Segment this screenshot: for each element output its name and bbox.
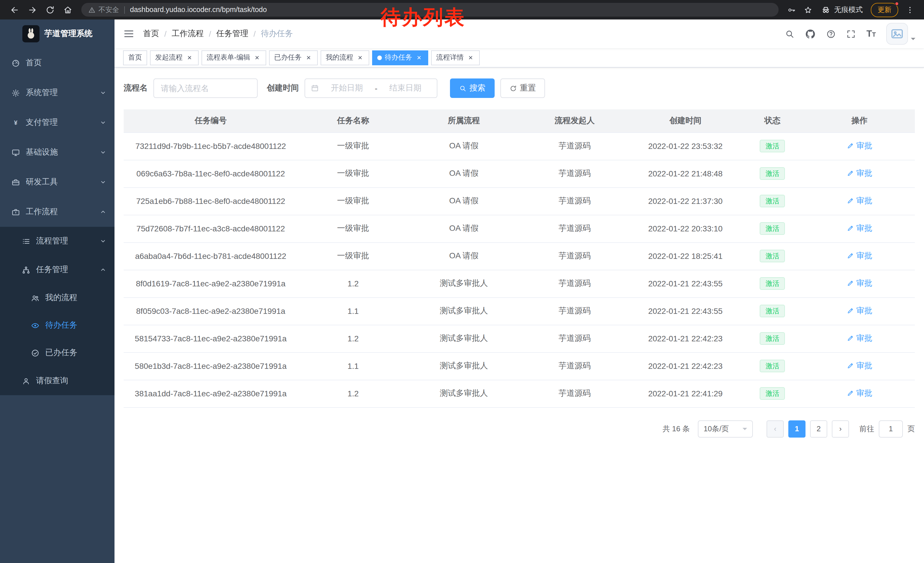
- tab-todo-task[interactable]: 待办任务×: [372, 50, 428, 65]
- approve-button[interactable]: 审批: [846, 361, 872, 371]
- edit-icon: [846, 252, 854, 260]
- sidebar-item-process-management[interactable]: 流程管理: [0, 227, 114, 255]
- task-name-cell: 一级审批: [298, 132, 408, 160]
- main-area: 首页/工作流程/任务管理/待办任务 TT 首页发起流程×流程表单-编辑×已办任务…: [114, 20, 924, 563]
- status-badge: 激活: [760, 222, 785, 235]
- tags-view: 首页发起流程×流程表单-编辑×已办任务×我的流程×待办任务×流程详情×: [114, 48, 924, 68]
- home-icon[interactable]: [63, 5, 73, 15]
- people-icon: [31, 294, 39, 302]
- approve-button[interactable]: 审批: [846, 224, 872, 234]
- reset-button[interactable]: 重置: [500, 78, 545, 98]
- sidebar-item-leave-query[interactable]: 请假查询: [0, 366, 114, 395]
- sidebar-item-label: 系统管理: [26, 88, 100, 98]
- close-icon[interactable]: ×: [466, 54, 475, 62]
- sidebar-item-system-management[interactable]: 系统管理: [0, 78, 114, 108]
- task-id-cell: 381aa1dd-7ac8-11ec-a9e2-a2380e71991a: [124, 380, 298, 407]
- sidebar-item-done-task[interactable]: 已办任务: [0, 339, 114, 366]
- prev-page-button[interactable]: ‹: [766, 420, 784, 437]
- tab-label: 流程详情: [436, 53, 464, 62]
- task-name-cell: 1.2: [298, 270, 408, 297]
- approve-button[interactable]: 审批: [846, 333, 872, 344]
- approve-button[interactable]: 审批: [846, 196, 872, 206]
- next-page-button[interactable]: ›: [832, 420, 849, 437]
- fullscreen-icon[interactable]: [846, 29, 856, 39]
- close-icon[interactable]: ×: [415, 54, 423, 62]
- sidebar-item-infrastructure[interactable]: 基础设施: [0, 137, 114, 167]
- tab-my-process[interactable]: 我的流程×: [321, 50, 369, 65]
- search-button[interactable]: 搜索: [450, 78, 495, 98]
- approve-button[interactable]: 审批: [846, 168, 872, 179]
- page-button-1[interactable]: 1: [788, 420, 806, 437]
- sidebar-item-dev-tools[interactable]: 研发工具: [0, 167, 114, 197]
- tab-home[interactable]: 首页: [123, 50, 147, 65]
- search-icon[interactable]: [785, 29, 795, 39]
- sidebar-item-payment-management[interactable]: ¥支付管理: [0, 108, 114, 137]
- tab-label: 待办任务: [385, 53, 412, 62]
- notification-dot: [895, 2, 899, 6]
- approve-button[interactable]: 审批: [846, 306, 872, 316]
- hamburger-icon[interactable]: [123, 28, 135, 39]
- sidebar-item-task-management[interactable]: 任务管理: [0, 255, 114, 284]
- sidebar-item-label: 已办任务: [45, 348, 106, 358]
- date-range-picker[interactable]: 开始日期 - 结束日期: [304, 78, 437, 98]
- page-size-select[interactable]: 10条/页: [698, 420, 753, 437]
- tab-form-edit[interactable]: 流程表单-编辑×: [201, 50, 266, 65]
- approve-label: 审批: [856, 224, 872, 234]
- created-time-cell: 2022-01-21 22:42:23: [630, 352, 741, 380]
- status-badge: 激活: [760, 387, 785, 400]
- font-size-icon[interactable]: TT: [867, 29, 876, 38]
- approve-button[interactable]: 审批: [846, 251, 872, 261]
- sidebar-item-home[interactable]: 首页: [0, 48, 114, 78]
- action-cell: 审批: [804, 187, 915, 215]
- sidebar-item-my-process[interactable]: 我的流程: [0, 284, 114, 312]
- search-icon: [459, 84, 466, 92]
- initiator-cell: 芋道源码: [519, 160, 630, 187]
- chevron-down-icon: [742, 428, 747, 432]
- back-icon[interactable]: [10, 5, 20, 15]
- status-badge: 激活: [760, 305, 785, 318]
- tab-start-process[interactable]: 发起流程×: [150, 50, 199, 65]
- browser-menu-icon[interactable]: [906, 6, 914, 14]
- close-icon[interactable]: ×: [186, 54, 194, 62]
- bookmark-star-icon[interactable]: [804, 6, 812, 14]
- key-icon[interactable]: [787, 6, 796, 14]
- close-icon[interactable]: ×: [253, 54, 261, 62]
- task-id-cell: 75d72608-7b7f-11ec-a3c8-acde48001122: [124, 215, 298, 242]
- status-cell: 激活: [741, 242, 804, 270]
- user-menu[interactable]: [886, 23, 915, 45]
- close-icon[interactable]: ×: [356, 54, 364, 62]
- initiator-cell: 芋道源码: [519, 352, 630, 380]
- approve-label: 审批: [856, 168, 872, 179]
- divider: [124, 6, 125, 14]
- app-logo[interactable]: 芋道管理系统: [0, 20, 114, 48]
- sidebar-item-todo-task[interactable]: 待办任务: [0, 312, 114, 339]
- tab-process-detail[interactable]: 流程详情×: [431, 50, 480, 65]
- action-cell: 审批: [804, 352, 915, 380]
- github-icon[interactable]: [805, 29, 816, 39]
- sidebar-item-workflow[interactable]: 工作流程: [0, 197, 114, 227]
- approve-button[interactable]: 审批: [846, 141, 872, 151]
- breadcrumb-item[interactable]: 任务管理: [216, 29, 249, 39]
- goto-page-input[interactable]: [879, 420, 903, 437]
- active-dot-icon: [377, 55, 382, 60]
- reload-icon[interactable]: [45, 5, 55, 15]
- approve-button[interactable]: 审批: [846, 278, 872, 289]
- breadcrumb-item[interactable]: 首页: [143, 29, 159, 39]
- close-icon[interactable]: ×: [304, 54, 313, 62]
- breadcrumb: 首页/工作流程/任务管理/待办任务: [143, 29, 293, 39]
- update-button[interactable]: 更新: [871, 3, 898, 17]
- briefcase-icon: [12, 208, 20, 216]
- initiator-cell: 芋道源码: [519, 215, 630, 242]
- breadcrumb-item[interactable]: 工作流程: [172, 29, 204, 39]
- forward-icon[interactable]: [27, 5, 37, 15]
- tab-done-task[interactable]: 已办任务×: [269, 50, 318, 65]
- process-name-input[interactable]: [153, 78, 258, 98]
- refresh-icon: [510, 84, 517, 92]
- sidebar-item-label: 流程管理: [36, 236, 100, 246]
- page-button-2[interactable]: 2: [810, 420, 827, 437]
- reset-button-label: 重置: [520, 83, 536, 93]
- chevron-down-icon: [100, 89, 106, 96]
- approve-button[interactable]: 审批: [846, 388, 872, 399]
- filter-bar: 流程名 创建时间 开始日期 - 结束日期 搜索 重: [124, 78, 915, 98]
- help-icon[interactable]: [826, 29, 836, 39]
